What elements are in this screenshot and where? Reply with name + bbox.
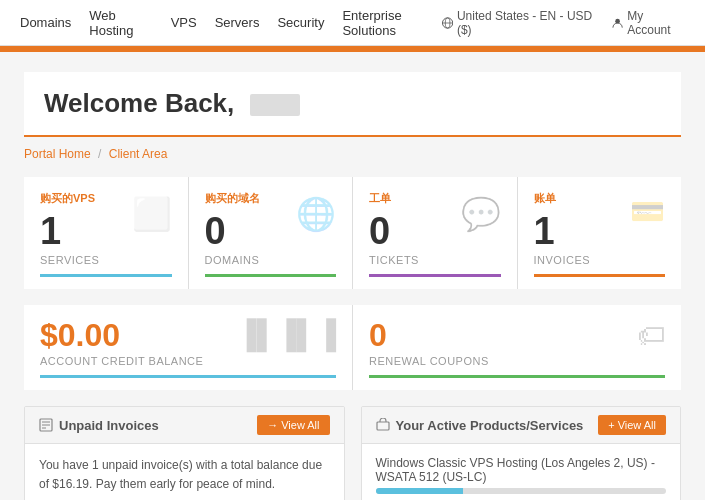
barcode-icon: ▐▌▐▌▐ (237, 319, 336, 351)
main-content: Welcome Back, Portal Home / Client Area … (0, 52, 705, 500)
nav-web-hosting[interactable]: Web Hosting (89, 4, 152, 42)
services-cube-icon: ⬜ (132, 195, 172, 233)
unpaid-invoices-title: Unpaid Invoices (39, 418, 159, 433)
product-name: Windows Classic VPS Hosting (Los Angeles… (376, 456, 667, 484)
coupons-card: 🏷 0 RENEWAL COUPONS (353, 305, 681, 390)
stat-tickets: 工单 💬 0 TICKETS (353, 177, 517, 289)
nav-links: Domains Web Hosting VPS Servers Security… (20, 4, 442, 42)
product-item: Windows Classic VPS Hosting (Los Angeles… (376, 456, 667, 494)
stat-domains-label-bottom: DOMAINS (205, 254, 337, 266)
stat-invoices-label-bottom: INVOICES (534, 254, 666, 266)
breadcrumb-separator: / (98, 147, 105, 161)
stat-services-label-bottom: SERVICES (40, 254, 172, 266)
unpaid-invoices-body: You have 1 unpaid invoice(s) with a tota… (25, 444, 344, 500)
nav-right: United States - EN - USD ($) My Account (442, 9, 685, 37)
account-link[interactable]: My Account (612, 9, 685, 37)
stat-services-bar (40, 274, 172, 277)
nav-security[interactable]: Security (277, 11, 324, 34)
invoice-icon (39, 418, 53, 432)
product-usage-bar (376, 488, 667, 494)
top-navigation: Domains Web Hosting VPS Servers Security… (0, 0, 705, 46)
domains-globe-icon: 🌐 (296, 195, 336, 233)
tickets-chat-icon: 💬 (461, 195, 501, 233)
stat-invoices-bar (534, 274, 666, 277)
active-products-header: Your Active Products/Services + View All (362, 407, 681, 444)
globe-nav-icon (442, 17, 453, 29)
svg-rect-8 (377, 422, 389, 430)
bottom-grid: Unpaid Invoices → View All You have 1 un… (24, 406, 681, 500)
nav-domains[interactable]: Domains (20, 11, 71, 34)
welcome-section: Welcome Back, (24, 72, 681, 137)
welcome-user-avatar (250, 94, 300, 116)
stat-invoices: 账单 💳 1 INVOICES (518, 177, 682, 289)
product-bar-fill (376, 488, 463, 494)
nav-vps[interactable]: VPS (171, 11, 197, 34)
account-label: My Account (627, 9, 685, 37)
user-icon (612, 17, 623, 29)
region-selector[interactable]: United States - EN - USD ($) (442, 9, 600, 37)
breadcrumb-current[interactable]: Client Area (109, 147, 168, 161)
stat-services: 购买的VPS ⬜ 1 SERVICES (24, 177, 188, 289)
unpaid-invoices-header: Unpaid Invoices → View All (25, 407, 344, 444)
stat-tickets-bar (369, 274, 501, 277)
credit-balance-bar (40, 375, 336, 378)
active-products-body: Windows Classic VPS Hosting (Los Angeles… (362, 444, 681, 500)
nav-enterprise[interactable]: Enterprise Solutions (342, 4, 441, 42)
stat-domains: 购买的域名 🌐 0 DOMAINS (189, 177, 353, 289)
coupons-bar (369, 375, 665, 378)
active-products-title: Your Active Products/Services (376, 418, 584, 433)
stats-grid: 购买的VPS ⬜ 1 SERVICES 购买的域名 🌐 0 DOMAINS 工单… (24, 177, 681, 289)
breadcrumb-home[interactable]: Portal Home (24, 147, 91, 161)
nav-servers[interactable]: Servers (215, 11, 260, 34)
stat-tickets-label-bottom: TICKETS (369, 254, 501, 266)
invoices-card-icon: 💳 (630, 195, 665, 228)
credit-balance-card: $0.00 ACCOUNT CREDIT BALANCE ▐▌▐▌▐ (24, 305, 352, 390)
products-view-all-button[interactable]: + View All (598, 415, 666, 435)
welcome-title: Welcome Back, (44, 88, 661, 119)
stat-domains-bar (205, 274, 337, 277)
breadcrumb: Portal Home / Client Area (24, 147, 681, 161)
unpaid-invoices-card: Unpaid Invoices → View All You have 1 un… (24, 406, 345, 500)
active-products-card: Your Active Products/Services + View All… (361, 406, 682, 500)
credit-balance-label: ACCOUNT CREDIT BALANCE (40, 355, 336, 367)
lower-stats: $0.00 ACCOUNT CREDIT BALANCE ▐▌▐▌▐ 🏷 0 R… (24, 305, 681, 390)
unpaid-view-all-button[interactable]: → View All (257, 415, 329, 435)
coupons-number: 0 (369, 319, 665, 351)
coupons-label: RENEWAL COUPONS (369, 355, 665, 367)
coupon-icon: 🏷 (637, 319, 665, 352)
unpaid-invoices-text: You have 1 unpaid invoice(s) with a tota… (39, 456, 330, 494)
products-icon (376, 418, 390, 432)
welcome-greeting: Welcome Back, (44, 88, 234, 118)
region-label: United States - EN - USD ($) (457, 9, 600, 37)
